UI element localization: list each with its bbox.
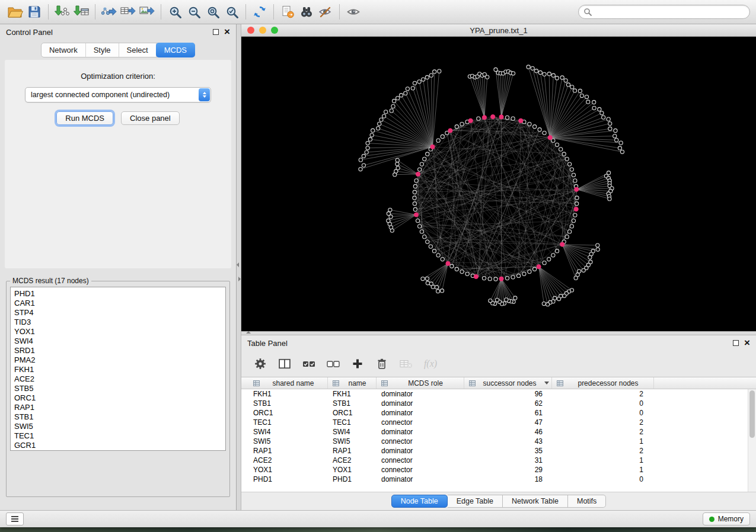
show-graphics-details-button[interactable] (344, 3, 363, 21)
table-row[interactable]: SWI5SWI5connector431 (248, 437, 756, 446)
refresh-layout-button[interactable] (250, 3, 269, 21)
vizmapper-button[interactable] (316, 3, 335, 21)
sort-chevron-icon (544, 382, 549, 384)
table-row[interactable]: SWI4SWI4dominator462 (248, 427, 756, 437)
find-button[interactable] (297, 3, 316, 21)
export-image-button[interactable] (138, 3, 157, 21)
zoom-in-button[interactable] (165, 3, 184, 21)
column-header-name[interactable]: name (328, 377, 377, 389)
mcds-result-item[interactable]: FKH1 (14, 365, 225, 374)
log-console-button[interactable] (6, 512, 24, 525)
memory-button[interactable]: Memory (703, 512, 750, 525)
tab-edge-table[interactable]: Edge Table (448, 495, 503, 508)
table-row[interactable]: TEC1TEC1connector472 (248, 418, 756, 427)
search-input[interactable] (595, 7, 745, 17)
table-cell: RAP1 (248, 447, 328, 455)
hide-table-icon (400, 359, 413, 368)
mcds-result-item[interactable]: GCR1 (14, 441, 225, 450)
zoom-fit-button[interactable] (203, 3, 222, 21)
column-selector-button[interactable] (277, 357, 292, 371)
export-document-button[interactable] (278, 3, 297, 21)
table-cell: connector (377, 437, 464, 446)
tab-network[interactable]: Network (42, 43, 86, 57)
tab-mcds[interactable]: MCDS (156, 43, 195, 57)
table-cell: STB1 (328, 399, 377, 408)
horizontal-splitter[interactable] (241, 331, 756, 335)
table-row[interactable]: PHD1PHD1dominator180 (248, 475, 756, 484)
splitter-arrow-up-icon (246, 331, 251, 334)
table-row[interactable]: YOX1YOX1connector291 (248, 465, 756, 475)
mcds-result-item[interactable]: PHD1 (14, 289, 225, 299)
mcds-result-item[interactable]: RAP1 (14, 403, 225, 412)
table-cell: 1 (552, 456, 654, 464)
mcds-result-item[interactable]: SWI5 (14, 422, 225, 431)
close-panel-button[interactable]: Close panel (121, 111, 180, 125)
mcds-result-item[interactable]: CAR1 (14, 299, 225, 308)
table-row[interactable]: STB1STB1dominator620 (248, 399, 756, 408)
table-settings-button[interactable] (253, 357, 267, 371)
export-network-button[interactable] (100, 3, 119, 21)
table-row[interactable]: FKH1FKH1dominator962 (248, 389, 756, 399)
column-header-successor-nodes[interactable]: successor nodes (464, 377, 552, 389)
hide-columns-button[interactable] (399, 357, 413, 371)
export-table-button[interactable] (119, 3, 138, 21)
float-panel-button[interactable] (213, 28, 219, 37)
mcds-result-item[interactable]: PMA2 (14, 355, 225, 365)
table-cell: SWI4 (248, 428, 328, 436)
tab-node-table[interactable]: Node Table (391, 495, 448, 508)
tab-network-table[interactable]: Network Table (503, 495, 568, 508)
mcds-result-item[interactable]: TID3 (14, 318, 225, 327)
float-table-panel-button[interactable] (733, 339, 739, 348)
mcds-result-list[interactable]: PHD1CAR1STP4TID3YOX1SWI4SRD1PMA2FKH1ACE2… (10, 287, 226, 451)
select-all-button[interactable] (302, 357, 316, 371)
refresh-icon (253, 5, 267, 19)
tab-motifs[interactable]: Motifs (568, 495, 606, 508)
column-header-predecessor-nodes[interactable]: predecessor nodes (552, 377, 654, 389)
mcds-result-item[interactable]: TEC1 (14, 431, 225, 441)
table-row[interactable]: ORC1ORC1dominator610 (248, 408, 756, 418)
add-column-button[interactable] (350, 357, 365, 371)
table-cell: YOX1 (248, 466, 328, 474)
import-table-button[interactable] (72, 3, 91, 21)
toolbar-separator (48, 4, 49, 20)
save-session-button[interactable] (25, 3, 44, 21)
mcds-result-item[interactable]: STB5 (14, 384, 225, 393)
delete-column-button[interactable] (375, 357, 389, 371)
close-table-panel-button[interactable] (744, 339, 750, 347)
mcds-result-item[interactable]: ORC1 (14, 393, 225, 403)
table-cell: 29 (464, 466, 552, 474)
window-zoom-button[interactable] (271, 27, 278, 34)
zoom-out-button[interactable] (184, 3, 203, 21)
tab-style[interactable]: Style (86, 43, 119, 57)
scrollbar-thumb[interactable] (749, 390, 755, 438)
mcds-result-item[interactable]: SRD1 (14, 346, 225, 355)
criterion-select[interactable]: largest connected component (undirected) (25, 87, 211, 102)
deselect-all-button[interactable] (326, 357, 340, 371)
zoom-selected-button[interactable] (222, 3, 241, 21)
open-session-button[interactable] (6, 3, 25, 21)
function-builder-button[interactable]: f(x) (423, 357, 438, 371)
table-row[interactable]: RAP1RAP1dominator352 (248, 446, 756, 456)
mcds-result-item[interactable]: STP4 (14, 308, 225, 318)
column-header-shared-name[interactable]: shared name (248, 377, 328, 389)
mcds-result-item[interactable]: STB1 (14, 412, 225, 422)
table-scrollbar[interactable] (748, 389, 756, 492)
column-header-mcds-role[interactable]: MCDS role (377, 377, 464, 389)
select-stepper-icon (199, 88, 210, 101)
mcds-result-item[interactable]: YOX1 (14, 327, 225, 336)
mcds-result-item[interactable]: SWI4 (14, 336, 225, 346)
tab-select[interactable]: Select (119, 43, 157, 57)
mcds-result-item[interactable]: ACE2 (14, 374, 225, 384)
window-minimize-button[interactable] (259, 27, 266, 34)
table-cell: 0 (552, 475, 654, 483)
table-row[interactable]: ACE2ACE2connector311 (248, 456, 756, 465)
close-panel-icon-button[interactable] (224, 28, 230, 36)
vertical-splitter[interactable] (237, 24, 241, 510)
app-window: Control Panel Network Style Select MCDS … (0, 0, 756, 527)
memory-label: Memory (718, 515, 744, 523)
import-network-button[interactable] (53, 3, 72, 21)
toolbar-separator (95, 4, 95, 20)
window-close-button[interactable] (247, 27, 254, 34)
network-view[interactable] (241, 37, 756, 331)
run-mcds-button[interactable]: Run MCDS (56, 111, 113, 125)
